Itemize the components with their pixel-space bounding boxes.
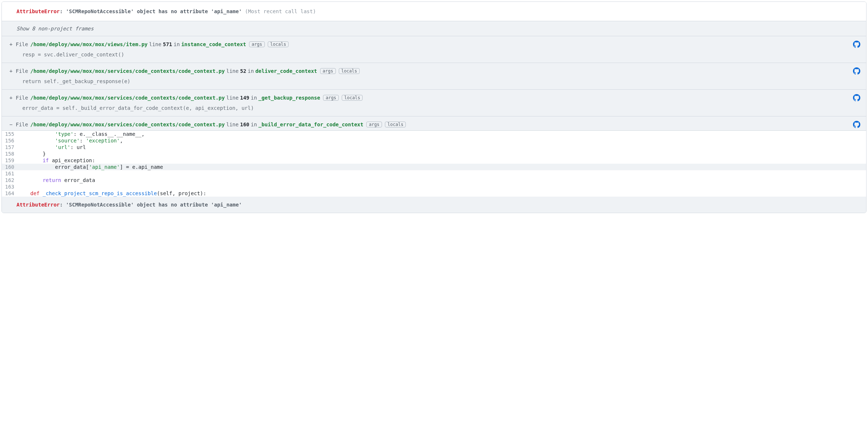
function-name: _get_backup_response — [259, 95, 320, 101]
line-gutter: 161 — [2, 170, 18, 177]
frame-snippet: return self._get_backup_response(e) — [2, 77, 866, 89]
in-label: in — [251, 122, 257, 127]
show-hidden-frames-button[interactable]: Show 8 non-project frames — [2, 21, 866, 36]
line-gutter: 157 — [2, 144, 18, 150]
stack-frame: +File /home/deploy/www/mox/mox/services/… — [2, 90, 866, 116]
expand-toggle[interactable]: − — [8, 122, 14, 127]
line-gutter: 163 — [2, 183, 18, 190]
code-content: return error_data — [18, 177, 95, 183]
code-line: 158 } — [2, 150, 866, 157]
locals-button[interactable]: locals — [342, 95, 363, 101]
file-path: /home/deploy/www/mox/mox/services/code_c… — [30, 68, 225, 74]
args-button[interactable]: args — [320, 68, 336, 74]
file-path: /home/deploy/www/mox/mox/services/code_c… — [30, 122, 225, 127]
footer-error: AttributeError: 'SCMRepoNotAccessible' o… — [2, 197, 866, 213]
error-type: AttributeError — [16, 8, 60, 14]
code-line: 157 'url': url — [2, 144, 866, 150]
frame-header: −File /home/deploy/www/mox/mox/services/… — [2, 116, 866, 130]
file-path: /home/deploy/www/mox/mox/services/code_c… — [30, 95, 225, 101]
args-button[interactable]: args — [249, 41, 265, 47]
footer-error-type: AttributeError — [16, 202, 60, 208]
locals-button[interactable]: locals — [268, 41, 289, 47]
expand-toggle[interactable]: + — [8, 41, 14, 47]
code-block: 155 'type': e.__class__.__name__,156 'so… — [2, 130, 866, 197]
in-label: in — [174, 41, 180, 47]
code-content: 'type': e.__class__.__name__, — [18, 131, 145, 137]
line-label: line — [226, 68, 239, 74]
github-icon[interactable] — [853, 67, 860, 75]
line-gutter: 158 — [2, 150, 18, 157]
file-label: File — [16, 122, 28, 127]
code-content: } — [18, 150, 46, 157]
error-note: (Most recent call last) — [245, 8, 316, 14]
frame-header: +File /home/deploy/www/mox/mox/services/… — [2, 63, 866, 77]
line-gutter: 155 — [2, 131, 18, 137]
github-icon[interactable] — [853, 121, 860, 128]
file-label: File — [16, 95, 28, 101]
function-name: deliver_code_context — [255, 68, 317, 74]
code-line: 159 if api_exception: — [2, 157, 866, 164]
code-content: 'url': url — [18, 144, 86, 150]
in-label: in — [248, 68, 254, 74]
code-content: 'source': 'exception', — [18, 137, 123, 144]
github-icon[interactable] — [853, 94, 860, 101]
stack-frame: +File /home/deploy/www/mox/mox/services/… — [2, 63, 866, 90]
function-name: _build_error_data_for_code_context — [259, 122, 364, 127]
code-content: error_data['api_name'] = e.api_name — [18, 164, 163, 170]
line-label: line — [226, 95, 239, 101]
line-number: 571 — [163, 41, 172, 47]
code-line: 162 return error_data — [2, 177, 866, 183]
stack-frame: −File /home/deploy/www/mox/mox/services/… — [2, 116, 866, 197]
line-gutter: 159 — [2, 157, 18, 164]
code-line: 163 — [2, 183, 866, 190]
error-message: : 'SCMRepoNotAccessible' object has no a… — [60, 8, 242, 14]
frame-header: +File /home/deploy/www/mox/mox/views/ite… — [2, 36, 866, 50]
line-number: 149 — [240, 95, 249, 101]
error-header: AttributeError: 'SCMRepoNotAccessible' o… — [2, 2, 866, 21]
expand-toggle[interactable]: + — [8, 95, 14, 101]
line-gutter: 160 — [2, 164, 18, 170]
args-button[interactable]: args — [323, 95, 339, 101]
code-line: 156 'source': 'exception', — [2, 137, 866, 144]
line-number: 52 — [240, 68, 246, 74]
footer-error-message: : 'SCMRepoNotAccessible' object has no a… — [60, 202, 242, 208]
code-content: def _check_project_scm_repo_is_accessibl… — [18, 190, 206, 197]
args-button[interactable]: args — [366, 122, 382, 127]
line-label: line — [226, 122, 239, 127]
code-line: 164 def _check_project_scm_repo_is_acces… — [2, 190, 866, 197]
locals-button[interactable]: locals — [339, 68, 360, 74]
frame-snippet: error_data = self._build_error_data_for_… — [2, 104, 866, 116]
function-name: instance_code_context — [181, 41, 246, 47]
line-label: line — [149, 41, 162, 47]
line-gutter: 162 — [2, 177, 18, 183]
github-icon[interactable] — [853, 41, 860, 48]
line-gutter: 164 — [2, 190, 18, 197]
code-content: if api_exception: — [18, 157, 95, 164]
line-number: 160 — [240, 122, 249, 127]
file-label: File — [16, 68, 28, 74]
frame-header: +File /home/deploy/www/mox/mox/services/… — [2, 90, 866, 104]
file-path: /home/deploy/www/mox/mox/views/item.py — [30, 41, 148, 47]
in-label: in — [251, 95, 257, 101]
locals-button[interactable]: locals — [385, 122, 406, 127]
code-line: 160 error_data['api_name'] = e.api_name — [2, 164, 866, 170]
expand-toggle[interactable]: + — [8, 68, 14, 74]
line-gutter: 156 — [2, 137, 18, 144]
file-label: File — [16, 41, 28, 47]
code-line: 155 'type': e.__class__.__name__, — [2, 131, 866, 137]
stack-frame: +File /home/deploy/www/mox/mox/views/ite… — [2, 36, 866, 63]
code-line: 161 — [2, 170, 866, 177]
traceback-container: AttributeError: 'SCMRepoNotAccessible' o… — [1, 1, 867, 213]
frame-snippet: resp = svc.deliver_code_context() — [2, 50, 866, 63]
